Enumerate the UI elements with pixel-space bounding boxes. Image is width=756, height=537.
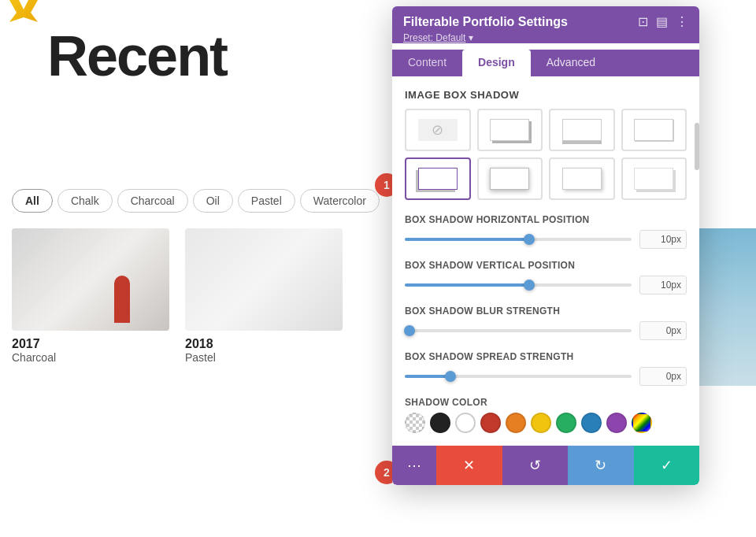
panel-scrollbar[interactable] [695,123,699,170]
slider-vertical-fill [405,283,529,287]
panel-body: Image Box Shadow ⊘ [392,76,699,446]
slider-spread-label: Box Shadow Spread Strength [405,351,687,362]
portfolio-category-1: Charcoal [12,351,169,364]
shadow-diffuse-preview [490,168,529,190]
filter-tab-chalk[interactable]: Chalk [57,189,113,213]
filter-tabs: All Chalk Charcoal Oil Pastel Watercolor [12,189,380,213]
shadow-bottom-preview [562,119,602,141]
shadow-thin-preview [634,119,673,141]
slider-blur-thumb[interactable] [404,325,415,336]
portfolio-item-1[interactable]: 2017 Charcoal [12,228,169,364]
responsive-icon[interactable]: ⊡ [638,14,648,29]
shadow-option-thin[interactable] [621,109,687,151]
portfolio-year-2: 2018 [185,337,343,351]
slider-horizontal-control [405,230,687,249]
person-figure [114,276,130,323]
filter-tab-oil[interactable]: Oil [193,189,233,213]
slider-horizontal-track[interactable] [405,238,632,241]
slider-vertical-label: Box Shadow Vertical Position [405,260,687,271]
shadow-color-label: Shadow Color [405,397,687,408]
columns-icon[interactable]: ▤ [656,14,668,29]
swatch-green[interactable] [556,413,576,433]
swatch-red[interactable] [480,413,501,433]
page-title: Recent [47,24,227,88]
panel-tabs: Content Design Advanced [392,50,699,76]
slider-spread-value[interactable] [639,367,687,386]
portfolio-image-2 [185,228,343,331]
shadow-option-corner-bl[interactable] [405,157,471,200]
shadow-option-mid[interactable] [549,157,615,200]
panel-header-icons: ⊡ ▤ ⋮ [638,14,688,29]
color-swatches [405,413,687,433]
panel-title: Filterable Portfolio Settings [403,15,568,29]
portfolio-grid: 2017 Charcoal 2018 Pastel [12,228,343,364]
slider-blur-value[interactable] [639,321,687,340]
slider-spread-thumb[interactable] [445,371,456,382]
swatch-yellow[interactable] [531,413,551,433]
slider-spread-control [405,367,687,386]
panel-toolbar: ⋯ ✕ ↺ ↻ ✓ [392,446,699,485]
filter-tab-pastel[interactable]: Pastel [238,189,295,213]
toolbar-cancel-button[interactable]: ✕ [436,446,502,485]
slider-blur-control [405,321,687,340]
slider-vertical-track[interactable] [405,283,632,287]
tab-content[interactable]: Content [392,50,462,76]
slider-horizontal-label: Box Shadow Horizontal Position [405,214,687,225]
slider-vertical-position: Box Shadow Vertical Position [405,260,687,294]
filter-tab-watercolor[interactable]: Watercolor [300,189,380,213]
toolbar-dots-button[interactable]: ⋯ [392,446,436,485]
blue-abstract-decoration [693,228,756,386]
shadow-corner-br-preview [634,168,673,190]
panel-header: Filterable Portfolio Settings ⊡ ▤ ⋮ Pres… [392,6,699,43]
shadow-option-none[interactable]: ⊘ [405,109,471,151]
filter-tab-charcoal[interactable]: Charcoal [117,189,188,213]
panel-header-top: Filterable Portfolio Settings ⊡ ▤ ⋮ [403,14,688,29]
shadow-right-preview [490,119,529,141]
shadow-grid: ⊘ [405,109,687,200]
slider-vertical-thumb[interactable] [524,280,535,291]
shadow-option-diffuse[interactable] [477,157,543,200]
swatch-orange[interactable] [506,413,526,433]
shadow-option-right[interactable] [477,109,543,151]
shadow-mid-preview [562,168,602,190]
tab-design[interactable]: Design [462,50,531,76]
slider-vertical-control [405,276,687,294]
no-shadow-icon: ⊘ [418,119,458,141]
swatch-transparent[interactable] [405,413,425,433]
shadow-option-corner-br[interactable] [621,157,687,200]
more-icon[interactable]: ⋮ [676,14,688,29]
shadow-corner-bl-preview [418,168,458,190]
portfolio-image-1 [12,228,169,331]
toolbar-undo-button[interactable]: ↺ [502,446,569,485]
slider-blur-track[interactable] [405,329,632,332]
tab-advanced[interactable]: Advanced [531,50,611,76]
slider-spread-fill [405,375,450,378]
portfolio-year-1: 2017 [12,337,169,351]
slider-blur-label: Box Shadow Blur Strength [405,306,687,317]
portfolio-category-2: Pastel [185,351,343,364]
swatch-rainbow[interactable] [632,413,652,433]
swatch-blue[interactable] [581,413,602,433]
toolbar-redo-button[interactable]: ↻ [568,446,634,485]
filter-tab-all[interactable]: All [12,189,53,213]
slider-horizontal-value[interactable] [639,230,687,249]
slider-horizontal-thumb[interactable] [524,234,535,245]
swatch-black[interactable] [430,413,450,433]
swatch-purple[interactable] [606,413,627,433]
slider-horizontal-fill [405,238,529,241]
star-decoration [0,0,47,31]
image-box-shadow-label: Image Box Shadow [405,89,687,101]
slider-horizontal-position: Box Shadow Horizontal Position [405,214,687,249]
panel-preset[interactable]: Preset: Default ▾ [403,32,688,43]
settings-panel: Filterable Portfolio Settings ⊡ ▤ ⋮ Pres… [392,6,699,485]
toolbar-save-button[interactable]: ✓ [634,446,700,485]
slider-spread-track[interactable] [405,375,632,378]
portfolio-item-2[interactable]: 2018 Pastel [185,228,343,364]
shadow-color-section: Shadow Color [405,397,687,433]
slider-spread-strength: Box Shadow Spread Strength [405,351,687,386]
slider-blur-strength: Box Shadow Blur Strength [405,306,687,340]
shadow-option-bottom[interactable] [549,109,615,151]
swatch-white[interactable] [455,413,476,433]
slider-vertical-value[interactable] [639,276,687,294]
